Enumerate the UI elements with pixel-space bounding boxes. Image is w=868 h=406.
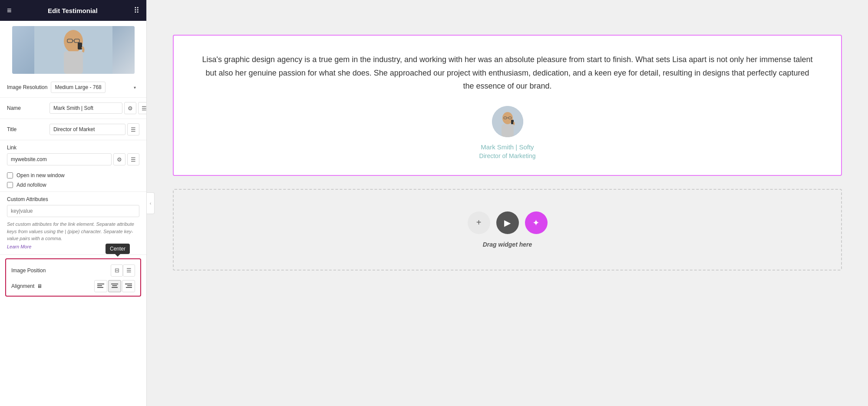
add-nofollow-label: Add nofollow — [17, 182, 46, 188]
svg-rect-22 — [511, 120, 514, 124]
sidebar-header: ≡ Edit Testimonial ⠿ — [0, 0, 146, 21]
svg-rect-12 — [112, 287, 118, 288]
testimonial-avatar — [492, 106, 523, 137]
testimonial-title: Director of Marketing — [200, 152, 815, 159]
sidebar-title: Edit Testimonial — [48, 7, 98, 14]
name-menu-btn[interactable]: ☰ — [138, 102, 146, 114]
align-left-btn[interactable] — [94, 280, 107, 292]
collapse-handle[interactable]: ‹ — [147, 192, 155, 214]
align-center-icon — [111, 283, 118, 289]
divider-4 — [0, 191, 146, 192]
align-right-btn[interactable] — [122, 280, 135, 292]
svg-rect-14 — [127, 285, 132, 286]
plus-icon: + — [476, 218, 482, 228]
title-label: Title — [7, 126, 46, 132]
open-new-window-label: Open in new window — [17, 172, 65, 178]
svg-rect-18 — [502, 124, 514, 137]
preview-image-svg — [34, 26, 112, 74]
add-nofollow-row: Add nofollow — [0, 180, 146, 190]
svg-rect-8 — [97, 285, 102, 286]
image-resolution-wrap: Medium Large - 768 Thumbnail - 150 Mediu… — [51, 82, 139, 93]
link-label: Link — [7, 145, 139, 151]
image-resolution-select[interactable]: Medium Large - 768 Thumbnail - 150 Mediu… — [51, 82, 106, 93]
drop-zone-buttons: + ▶ ✦ — [468, 211, 548, 234]
name-input-wrap: ⚙ ☰ — [50, 102, 146, 114]
image-resolution-row: Image Resolution Medium Large - 768 Thum… — [0, 79, 146, 96]
name-label: Name — [7, 105, 46, 111]
menu-icon[interactable]: ≡ — [7, 6, 12, 15]
svg-rect-15 — [126, 287, 132, 288]
svg-rect-10 — [111, 284, 118, 284]
testimonial-widget[interactable]: Lisa's graphic design agency is a true g… — [173, 35, 842, 176]
image-resolution-select-wrap[interactable]: Medium Large - 768 Thumbnail - 150 Mediu… — [51, 82, 139, 93]
link-menu-btn[interactable]: ☰ — [127, 153, 139, 165]
name-row: Name ⚙ ☰ — [0, 99, 146, 117]
align-left-icon — [97, 283, 104, 289]
folder-icon: ▶ — [504, 218, 511, 228]
align-center-btn[interactable] — [108, 280, 121, 292]
link-settings-btn[interactable]: ⚙ — [113, 153, 125, 165]
magic-icon: ✦ — [532, 218, 540, 228]
image-position-icon-btn[interactable]: ⊟ — [111, 264, 123, 277]
align-right-icon — [125, 283, 132, 289]
add-nofollow-checkbox[interactable] — [7, 182, 13, 188]
divider-3 — [0, 140, 146, 140]
link-input[interactable] — [7, 153, 112, 165]
monitor-icon: 🖥 — [37, 283, 42, 289]
image-resolution-label: Image Resolution — [7, 84, 47, 90]
collapse-arrow: ‹ — [150, 201, 152, 206]
image-position-label: Image Position — [11, 267, 111, 274]
avatar-image — [492, 106, 523, 137]
divider-1 — [0, 97, 146, 98]
sidebar: ≡ Edit Testimonial ⠿ — [0, 0, 147, 406]
custom-attrs-input[interactable] — [7, 205, 139, 217]
learn-more-link[interactable]: Learn More — [7, 244, 31, 249]
title-row: Title ☰ — [0, 121, 146, 138]
tooltip-center: Center — [106, 244, 130, 254]
svg-rect-13 — [125, 284, 132, 284]
testimonial-name: Mark Smith | Softy — [200, 143, 815, 151]
drop-zone: + ▶ ✦ Drag widget here — [173, 189, 842, 271]
drop-label: Drag widget here — [483, 241, 532, 248]
alignment-label: Alignment 🖥 — [11, 283, 42, 289]
title-input[interactable] — [50, 124, 125, 135]
image-position-row: Image Position ⊟ ☰ — [11, 263, 135, 280]
alignment-row: Alignment 🖥 — [11, 280, 135, 292]
folder-btn[interactable]: ▶ — [496, 211, 519, 234]
link-section: Link ⚙ ☰ — [0, 142, 146, 171]
name-input[interactable] — [50, 102, 122, 114]
main-canvas: ‹ Lisa's graphic design agency is a true… — [147, 0, 868, 406]
svg-rect-9 — [97, 287, 103, 288]
sidebar-content: Image Resolution Medium Large - 768 Thum… — [0, 21, 146, 406]
open-new-window-row: Open in new window — [0, 171, 146, 180]
bottom-highlighted-section: Center Image Position ⊟ ☰ Alignment 🖥 — [5, 258, 141, 297]
custom-attrs-label: Custom Attributes — [7, 196, 139, 202]
grid-icon[interactable]: ⠿ — [134, 6, 139, 15]
alignment-buttons — [94, 280, 135, 292]
link-input-row: ⚙ ☰ — [7, 153, 139, 165]
svg-rect-2 — [64, 51, 83, 74]
title-input-wrap: ☰ — [50, 123, 139, 135]
image-preview — [12, 26, 135, 74]
divider-2 — [0, 119, 146, 119]
title-menu-btn[interactable]: ☰ — [127, 123, 139, 135]
divider-5 — [0, 254, 146, 255]
name-settings-btn[interactable]: ⚙ — [124, 102, 136, 114]
svg-rect-11 — [112, 285, 117, 286]
alignment-text: Alignment — [11, 283, 34, 289]
add-widget-btn[interactable]: + — [468, 211, 490, 234]
magic-btn[interactable]: ✦ — [525, 211, 548, 234]
help-text: Set custom attributes for the link eleme… — [7, 221, 139, 242]
svg-rect-7 — [97, 284, 104, 284]
svg-rect-6 — [78, 43, 82, 50]
image-preview-inner — [12, 26, 135, 74]
open-new-window-checkbox[interactable] — [7, 172, 13, 178]
image-position-menu-btn[interactable]: ☰ — [123, 264, 135, 277]
testimonial-text: Lisa's graphic design agency is a true g… — [200, 53, 815, 93]
